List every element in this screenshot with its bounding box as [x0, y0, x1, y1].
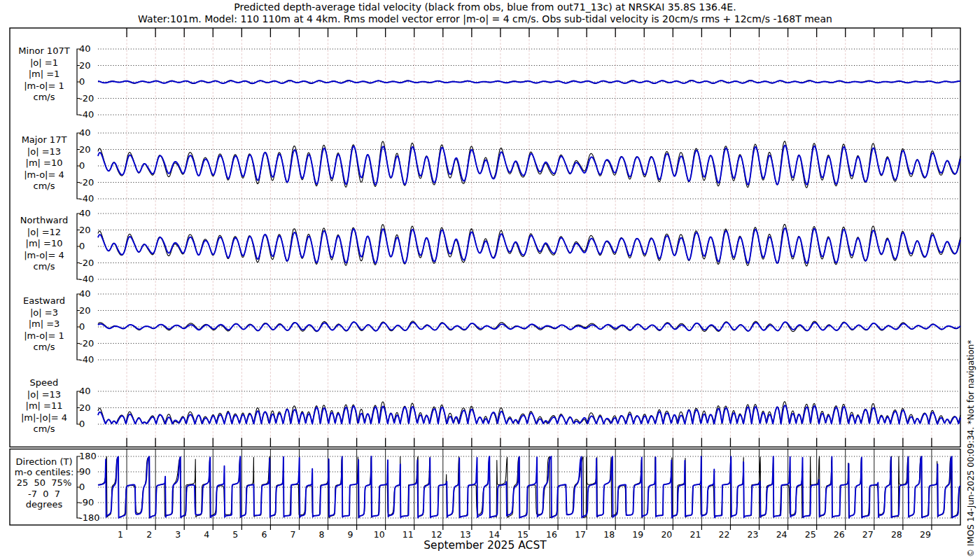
day-label-25: 25 — [803, 529, 818, 540]
day-label-28: 28 — [889, 529, 904, 540]
minor-ytick-label: -40 — [79, 109, 94, 120]
eastward-label-line: |m| =3 — [1, 318, 87, 330]
day-label-9: 9 — [343, 529, 358, 540]
day-label-15: 15 — [515, 529, 531, 540]
day-label-12: 12 — [429, 529, 444, 540]
major-label-line: |m| =10 — [1, 158, 87, 169]
minor-label-line: |m| =1 — [1, 69, 87, 80]
direction-label-line: Direction (T) — [1, 456, 87, 467]
speed-label-line: |m|-|o|= 4 — [1, 412, 87, 424]
direction-panel-label: Direction (T)m-o centiles:25 50 75%-7 0 … — [1, 456, 87, 510]
day-label-16: 16 — [544, 529, 559, 540]
day-label-21: 21 — [687, 529, 703, 540]
northward-panel-label: Northward|o| =12|m| =10|m-o|= 4cm/s — [1, 215, 87, 273]
day-label-7: 7 — [285, 529, 300, 540]
eastward-panel-label: Eastward|o| =3|m| =3|m-o|= 1cm/s — [1, 295, 87, 354]
day-label-10: 10 — [372, 529, 387, 540]
day-label-2: 2 — [141, 529, 157, 540]
x-axis-label: September 2025 ACST — [10, 539, 960, 552]
eastward-ytick-label: -40 — [79, 354, 94, 365]
speed-label-line: |o| =13 — [1, 389, 87, 401]
day-label-11: 11 — [400, 529, 416, 540]
speed-label-line: |m| =11 — [1, 400, 87, 412]
speed-panel-label: Speed|o| =13|m| =11|m|-|o|= 4cm/s — [1, 377, 87, 435]
day-label-14: 14 — [486, 529, 502, 540]
major-label-line: Major 17T — [1, 134, 87, 146]
day-label-20: 20 — [659, 529, 674, 540]
direction-label-line: m-o centiles: — [1, 467, 87, 477]
speed-label-line: Speed — [1, 377, 87, 389]
plot-canvas — [0, 0, 980, 560]
minor-label-line: cm/s — [1, 92, 87, 104]
day-label-22: 22 — [716, 529, 732, 540]
day-label-23: 23 — [746, 529, 761, 540]
direction-label-line: 25 50 75% — [1, 477, 87, 488]
copyright-watermark: © IMOS 14-Jun-2025 00:09:34. *Not for na… — [966, 340, 976, 557]
minor-label-line: |m-o|= 1 — [1, 80, 87, 92]
day-label-13: 13 — [458, 529, 473, 540]
day-label-5: 5 — [227, 529, 243, 540]
eastward-label-line: cm/s — [1, 342, 87, 354]
major-ytick-label: -40 — [79, 193, 94, 204]
eastward-label-line: Eastward — [1, 295, 87, 307]
northward-label-line: |o| =12 — [1, 227, 87, 239]
northward-label-line: Northward — [1, 215, 87, 227]
direction-label-line: degrees — [1, 499, 87, 510]
northward-ytick-label: -40 — [79, 274, 94, 284]
speed-label-line: cm/s — [1, 424, 87, 435]
minor-panel-label: Minor 107T|o| =1|m| =1|m-o|= 1cm/s — [1, 46, 87, 104]
major-label-line: cm/s — [1, 181, 87, 192]
major-label-line: |o| =13 — [1, 146, 87, 158]
day-label-26: 26 — [832, 529, 847, 540]
minor-label-line: Minor 107T — [1, 46, 87, 57]
day-label-19: 19 — [630, 529, 645, 540]
day-label-1: 1 — [113, 529, 128, 540]
direction-label-line: -7 0 7 — [1, 489, 87, 499]
direction-ytick-label: -180 — [79, 512, 100, 523]
day-label-8: 8 — [314, 529, 330, 540]
day-label-6: 6 — [256, 529, 272, 540]
day-label-29: 29 — [918, 529, 933, 540]
day-label-17: 17 — [573, 529, 588, 540]
eastward-label-line: |m-o|= 1 — [1, 330, 87, 342]
day-label-4: 4 — [199, 529, 214, 540]
northward-label-line: |m-o|= 4 — [1, 250, 87, 262]
day-label-27: 27 — [860, 529, 876, 540]
major-label-line: |m-o|= 4 — [1, 169, 87, 181]
day-label-18: 18 — [601, 529, 617, 540]
northward-label-line: cm/s — [1, 261, 87, 273]
tidal-velocity-figure: Predicted depth-average tidal velocity (… — [0, 0, 980, 560]
eastward-label-line: |o| =3 — [1, 307, 87, 319]
day-label-3: 3 — [170, 529, 186, 540]
major-panel-label: Major 17T|o| =13|m| =10|m-o|= 4cm/s — [1, 134, 87, 192]
northward-label-line: |m| =10 — [1, 238, 87, 250]
day-label-24: 24 — [774, 529, 790, 540]
minor-label-line: |o| =1 — [1, 57, 87, 69]
